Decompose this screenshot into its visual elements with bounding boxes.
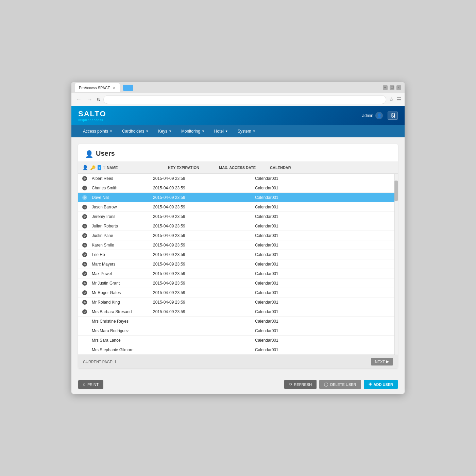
row-name: Justin Pane [92, 233, 153, 238]
table-row[interactable]: ⊘Max Powel2015-04-09 23:59Calendar001 [78, 269, 398, 278]
nav-monitoring[interactable]: Monitoring ▼ [176, 125, 209, 137]
scrollbar-thumb[interactable] [394, 181, 398, 201]
row-key-exp: 2015-04-09 23:59 [153, 233, 204, 238]
row-name: Albert Rees [92, 176, 153, 181]
main-content: 👤 Users 👤 🔑 + ▿ NAME KEY EXPIRATION [71, 137, 405, 375]
col-calendar-label: CALENDAR [270, 166, 291, 170]
row-name: Mr Justin Grant [92, 281, 153, 286]
nav-access-points-label: Access points [83, 129, 108, 134]
browser-menu-btn[interactable]: ☰ [396, 96, 401, 103]
row-key-exp: 2015-04-09 23:59 [153, 271, 204, 276]
nav-access-points-arrow: ▼ [109, 130, 113, 133]
row-key-exp: 2015-04-09 23:59 [153, 281, 204, 286]
nav-hotel-label: Hotel [214, 129, 224, 134]
row-calendar: Calendar001 [255, 290, 394, 295]
add-col-btn[interactable]: + [98, 165, 101, 170]
bookmark-btn[interactable]: ☆ [389, 96, 394, 103]
table-row[interactable]: ⊘Mrs Barbara Stresand2015-04-09 23:59Cal… [78, 307, 398, 317]
row-status-icon: ⊘ [82, 243, 92, 248]
table-row[interactable]: ⊘Albert Rees2015-04-09 23:59Calendar001 [78, 174, 398, 183]
back-btn[interactable]: ← [75, 96, 83, 103]
nav-keys-arrow: ▼ [169, 130, 172, 133]
delete-user-btn[interactable]: ◯ DELETE USER [319, 380, 361, 389]
nav-cardholders-label: Cardholders [122, 129, 144, 134]
table-row[interactable]: ⊘Julian Roberts2015-04-09 23:59Calendar0… [78, 221, 398, 231]
row-name: Lee Ho [92, 252, 153, 257]
status-circle: ⊘ [82, 300, 87, 305]
row-key-exp: 2015-04-09 23:59 [153, 290, 204, 295]
row-name: Jeremy Irons [92, 214, 153, 219]
scrollbar-track[interactable] [394, 174, 398, 355]
nav-cardholders[interactable]: Cardholders ▼ [117, 125, 153, 137]
row-name: Mr Roger Gates [92, 290, 153, 295]
table-row[interactable]: ⊘Charles Smith2015-04-09 23:59Calendar00… [78, 183, 398, 193]
row-key-exp: 2015-04-09 23:59 [153, 195, 204, 200]
table-row[interactable]: ⊘Lee Ho2015-04-09 23:59Calendar001 [78, 250, 398, 259]
table-row[interactable]: Mrs Stephanie GilmoreCalendar001 [78, 345, 398, 355]
col-header-name: NAME [107, 166, 168, 170]
address-input[interactable] [103, 95, 386, 104]
browser-refresh-btn[interactable]: ↻ [97, 97, 101, 102]
col-header-key-exp: KEY EXPIRATION [168, 166, 219, 170]
row-key-exp: 2015-04-09 23:59 [153, 262, 204, 267]
status-circle: ⊘ [82, 224, 87, 228]
restore-btn[interactable]: ❐ [390, 85, 394, 90]
next-btn-label: NEXT [375, 360, 385, 364]
nav-access-points[interactable]: Access points ▼ [78, 125, 117, 137]
table-row[interactable]: Mrs Christine ReyesCalendar001 [78, 317, 398, 326]
tab-close-btn[interactable]: × [113, 85, 116, 90]
print-btn[interactable]: ⎙ PRINT [78, 380, 103, 389]
table-row[interactable]: ⊘Dave Nils2015-04-09 23:59Calendar001 [78, 193, 398, 202]
table-row[interactable]: ⊘Justin Pane2015-04-09 23:59Calendar001 [78, 231, 398, 240]
table-row[interactable]: ⊘Mr Roger Gates2015-04-09 23:59Calendar0… [78, 288, 398, 298]
table-row[interactable]: ⊘Jason Barrow2015-04-09 23:59Calendar001 [78, 202, 398, 212]
row-key-exp: 2015-04-09 23:59 [153, 186, 204, 190]
row-status-icon: ⊘ [82, 224, 92, 228]
add-user-btn[interactable]: ✚ ADD USER [364, 380, 398, 389]
print-label: PRINT [87, 382, 99, 387]
table-icon-controls: 👤 🔑 + ▿ [82, 164, 107, 171]
logo-sub: inspiredaccess [78, 118, 106, 122]
user-col-icon[interactable]: 👤 [82, 164, 88, 171]
table-row[interactable]: ⊘Karen Smile2015-04-09 23:59Calendar001 [78, 240, 398, 250]
row-key-exp: 2015-04-09 23:59 [153, 214, 204, 219]
users-page-icon: 👤 [85, 150, 92, 157]
row-calendar: Calendar001 [255, 252, 394, 257]
table-row[interactable]: ⊘Jeremy Irons2015-04-09 23:59Calendar001 [78, 212, 398, 221]
refresh-btn[interactable]: ↻ REFRESH [284, 380, 317, 389]
status-circle: ⊘ [82, 262, 87, 267]
row-status-icon: ⊘ [82, 252, 92, 257]
nav-hotel[interactable]: Hotel ▼ [209, 125, 233, 137]
row-calendar: Calendar001 [255, 328, 394, 333]
row-name: Mrs Stephanie Gilmore [92, 347, 153, 352]
refresh-label: REFRESH [294, 382, 312, 387]
minimize-btn[interactable]: − [383, 85, 388, 90]
nav-keys[interactable]: Keys ▼ [153, 125, 176, 137]
key-col-icon[interactable]: 🔑 [90, 164, 96, 171]
browser-tab[interactable]: ProAccess SPACE × [75, 83, 120, 92]
forward-btn[interactable]: → [86, 96, 94, 103]
new-tab-area[interactable] [123, 85, 133, 91]
monitor-icon[interactable]: 🖼 [388, 112, 398, 120]
table-row[interactable]: ⊘Mr Roland King2015-04-09 23:59Calendar0… [78, 298, 398, 307]
table-row[interactable]: ⊘Mr Justin Grant2015-04-09 23:59Calendar… [78, 278, 398, 288]
row-key-exp: 2015-04-09 23:59 [153, 176, 204, 181]
row-calendar: Calendar001 [255, 233, 394, 238]
table-row[interactable]: ⊘Marc Mayers2015-04-09 23:59Calendar001 [78, 259, 398, 269]
table-row[interactable]: Mrs Sara LanceCalendar001 [78, 336, 398, 345]
nav-system[interactable]: System ▼ [233, 125, 260, 137]
close-btn[interactable]: × [396, 85, 401, 90]
admin-icon[interactable]: 👤 [375, 112, 383, 119]
next-page-btn[interactable]: NEXT ▶ [371, 358, 393, 366]
row-key-exp: 2015-04-09 23:59 [153, 309, 204, 314]
col-header-max-access: MAX. ACCESS DATE [219, 166, 270, 170]
table-body: ⊘Albert Rees2015-04-09 23:59Calendar001⊘… [78, 174, 398, 355]
row-calendar: Calendar001 [255, 214, 394, 219]
table-row[interactable]: Mrs Mara RodriguezCalendar001 [78, 326, 398, 336]
page-card: 👤 Users 👤 🔑 + ▿ NAME KEY EXPIRATION [78, 144, 398, 368]
filter-btn[interactable]: ▿ [103, 165, 107, 170]
row-calendar: Calendar001 [255, 281, 394, 286]
page-title: Users [96, 150, 115, 157]
row-status-icon: ⊘ [82, 309, 92, 314]
row-name: Mrs Christine Reyes [92, 319, 153, 324]
